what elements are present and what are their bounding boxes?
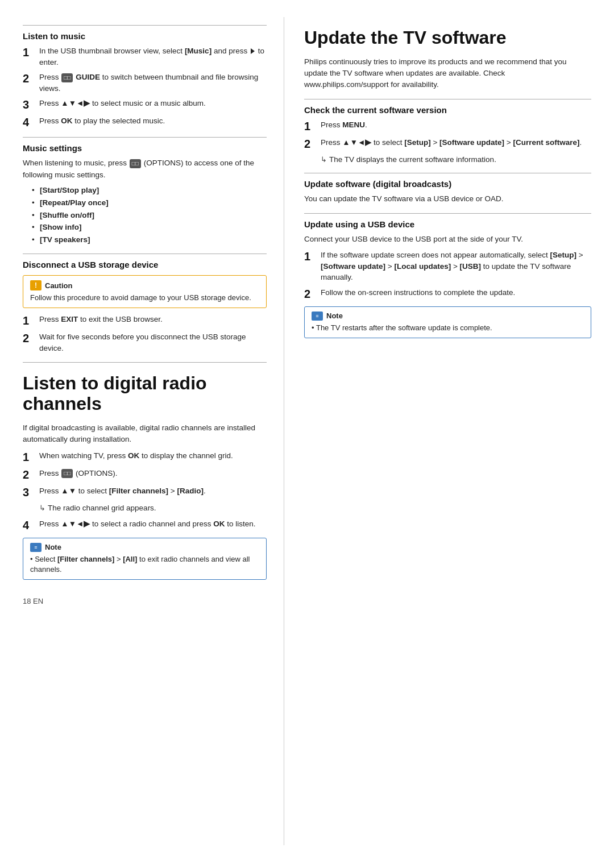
update-tv-software-title: Update the TV software [304, 27, 591, 48]
rule-update-usb [304, 213, 591, 214]
listen-music-step-3: 3 Press ▲▼◄▶ to select music or a music … [23, 98, 267, 111]
rule-music-settings [23, 137, 267, 138]
listen-music-step-1: 1 In the USB thumbnail browser view, sel… [23, 45, 267, 68]
disconnect-usb-title: Disconnect a USB storage device [23, 260, 267, 269]
music-settings-title: Music settings [23, 143, 267, 153]
update-usb-intro: Connect your USB device to the USB port … [304, 234, 591, 245]
radio-note-box: ≡ Note • Select [Filter channels] > [All… [23, 538, 267, 580]
rule-update-digital [304, 173, 591, 173]
note-icon: ≡ [30, 543, 42, 552]
radio-note-text: • Select [Filter channels] > [All] to ex… [30, 554, 259, 575]
rule-disconnect-usb [23, 254, 267, 254]
digital-radio-steps: 1 When watching TV, press OK to display … [23, 450, 267, 499]
radio-step-2: 2 Press □□ (OPTIONS). [23, 468, 267, 481]
check-step2-sub: ↳The TV displays the current software in… [321, 155, 591, 165]
page: Listen to music 1 In the USB thumbnail b… [0, 0, 614, 868]
listen-music-title: Listen to music [23, 31, 267, 41]
update-usb-steps: 1 If the software update screen does not… [304, 250, 591, 301]
hook-icon: ↳ [39, 503, 45, 513]
update-usb-title: Update using a USB device [304, 219, 591, 229]
usb-note-box: ≡ Note • The TV restarts after the softw… [304, 306, 591, 338]
radio-step-3: 3 Press ▲▼ to select [Filter channels] >… [23, 485, 267, 499]
listen-music-steps: 1 In the USB thumbnail browser view, sel… [23, 45, 267, 129]
update-tv-intro: Philips continuously tries to improve it… [304, 56, 591, 91]
disconnect-step-1: 1 Press EXIT to exit the USB browser. [23, 314, 267, 327]
arrow-right-icon [251, 48, 255, 54]
digital-radio-intro: If digital broadcasting is available, di… [23, 422, 267, 446]
music-settings-intro: When listening to music, press □□ (OPTIO… [23, 157, 267, 181]
usb-note-text: • The TV restarts after the software upd… [312, 323, 584, 333]
radio-note-header: ≡ Note [30, 543, 259, 552]
guide-icon: □□ [61, 73, 73, 82]
check-software-steps: 1 Press MENU. 2 Press ▲▼◄▶ to select [Se… [304, 119, 591, 151]
listen-music-step-4: 4 Press OK to play the selected music. [23, 115, 267, 129]
listen-music-step-2: 2 Press □□ GUIDE to switch between thumb… [23, 72, 267, 94]
music-option-3: [Shuffle on/off] [32, 210, 267, 221]
music-option-1: [Start/Stop play] [32, 185, 267, 196]
rule-listen-music [23, 25, 267, 26]
usb-step-1: 1 If the software update screen does not… [304, 250, 591, 283]
page-number: 18 EN [23, 597, 267, 605]
check-step-2: 2 Press ▲▼◄▶ to select [Setup] > [Softwa… [304, 137, 591, 151]
disconnect-step-2: 2 Wait for five seconds before you disco… [23, 331, 267, 354]
caution-box: ! Caution Follow this procedure to avoid… [23, 275, 267, 308]
hook-icon-2: ↳ [321, 155, 327, 165]
left-column: Listen to music 1 In the USB thumbnail b… [0, 17, 284, 845]
caution-icon: ! [30, 280, 42, 290]
check-software-title: Check the current software version [304, 105, 591, 115]
music-settings-list: [Start/Stop play] [Repeat/Play once] [Sh… [23, 185, 267, 246]
options-icon: □□ [130, 159, 141, 168]
radio-step4-list: 4 Press ▲▼◄▶ to select a radio channel a… [23, 518, 267, 532]
radio-step-4: 4 Press ▲▼◄▶ to select a radio channel a… [23, 518, 267, 532]
music-option-5: [TV speakers] [32, 235, 267, 246]
rule-check-software [304, 99, 591, 99]
check-step-1: 1 Press MENU. [304, 119, 591, 133]
digital-radio-title: Listen to digital radio channels [23, 373, 267, 415]
update-digital-title: Update software (digital broadcasts) [304, 179, 591, 189]
radio-step-1: 1 When watching TV, press OK to display … [23, 450, 267, 464]
music-option-2: [Repeat/Play once] [32, 198, 267, 209]
caution-header: ! Caution [30, 280, 259, 290]
rule-digital-radio [23, 362, 267, 363]
caution-text: Follow this procedure to avoid damage to… [30, 293, 259, 303]
right-column: Update the TV software Philips continuou… [284, 17, 614, 845]
disconnect-usb-steps: 1 Press EXIT to exit the USB browser. 2 … [23, 314, 267, 354]
music-option-4: [Show info] [32, 222, 267, 233]
usb-step-2: 2 Follow the on-screen instructions to c… [304, 287, 591, 301]
radio-step3-sub: ↳The radio channel grid appears. [39, 503, 267, 514]
usb-note-header: ≡ Note [312, 312, 584, 321]
note-icon-2: ≡ [312, 312, 323, 321]
update-digital-intro: You can update the TV software via a USB… [304, 193, 591, 205]
options-icon-2: □□ [61, 469, 73, 478]
